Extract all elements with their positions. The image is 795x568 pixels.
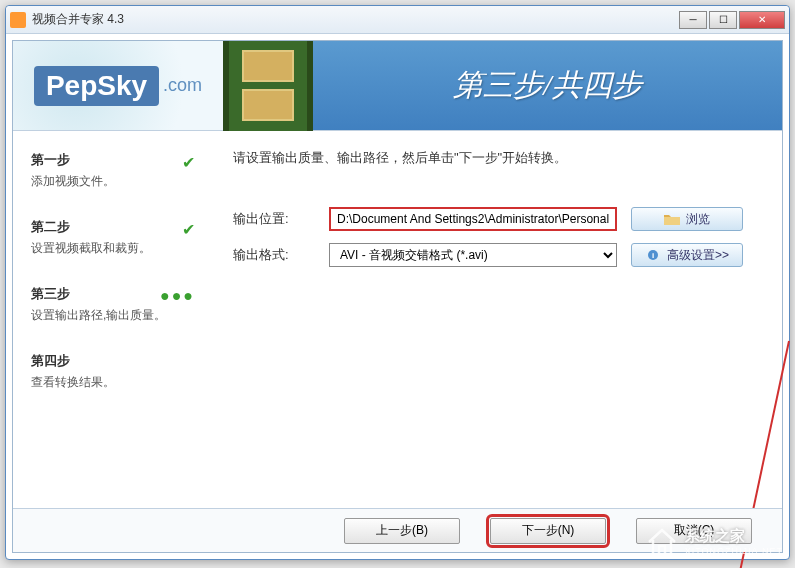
step-title: 第四步 — [31, 352, 205, 370]
step-banner-title: 第三步/共四步 — [313, 65, 782, 106]
step-title: 第二步 — [31, 218, 205, 236]
check-icon: ✔ — [182, 153, 195, 172]
inner-frame: PepSky .com 第三步/共四步 第一步 ✔ 添加 — [12, 40, 783, 553]
instruction-text: 请设置输出质量、输出路径，然后单击"下一步"开始转换。 — [233, 149, 758, 167]
sidebar-step-3: 第三步 ●●● 设置输出路径,输出质量。 — [31, 285, 205, 324]
step-desc: 查看转换结果。 — [31, 374, 205, 391]
output-format-select[interactable]: AVI - 音视频交错格式 (*.avi) — [329, 243, 617, 267]
minimize-button[interactable]: ─ — [679, 11, 707, 29]
folder-icon — [664, 213, 680, 225]
step-title: 第一步 — [31, 151, 205, 169]
close-button[interactable]: ✕ — [739, 11, 785, 29]
browse-button[interactable]: 浏览 — [631, 207, 743, 231]
svg-text:i: i — [652, 251, 654, 260]
logo-suffix: .com — [163, 75, 202, 96]
sidebar-step-1: 第一步 ✔ 添加视频文件。 — [31, 151, 205, 190]
next-button[interactable]: 下一步(N) — [490, 518, 606, 544]
output-format-label: 输出格式: — [233, 246, 329, 264]
header-strip: PepSky .com 第三步/共四步 — [13, 41, 782, 131]
step-desc: 设置视频截取和裁剪。 — [31, 240, 205, 257]
output-format-row: 输出格式: AVI - 音视频交错格式 (*.avi) i 高级设置>> — [233, 243, 758, 267]
maximize-button[interactable]: ☐ — [709, 11, 737, 29]
logo-area: PepSky .com — [13, 41, 223, 130]
filmstrip-icon — [223, 41, 313, 131]
main-panel: 请设置输出质量、输出路径，然后单击"下一步"开始转换。 输出位置: 浏览 输出格… — [223, 131, 782, 508]
check-icon: ✔ — [182, 220, 195, 239]
sidebar: 第一步 ✔ 添加视频文件。 第二步 ✔ 设置视频截取和裁剪。 第三步 ●●● 设… — [13, 131, 223, 508]
step-desc: 添加视频文件。 — [31, 173, 205, 190]
advanced-button[interactable]: i 高级设置>> — [631, 243, 743, 267]
titlebar[interactable]: 视频合并专家 4.3 ─ ☐ ✕ — [6, 6, 789, 34]
output-path-row: 输出位置: 浏览 — [233, 207, 758, 231]
browse-label: 浏览 — [686, 211, 710, 228]
window-title: 视频合并专家 4.3 — [32, 11, 677, 28]
banner-area: 第三步/共四步 — [223, 41, 782, 130]
window-body: PepSky .com 第三步/共四步 第一步 ✔ 添加 — [6, 34, 789, 559]
app-icon — [10, 12, 26, 28]
output-path-label: 输出位置: — [233, 210, 329, 228]
app-window: 视频合并专家 4.3 ─ ☐ ✕ PepSky .com 第三步/共四步 — [5, 5, 790, 560]
content-area: 第一步 ✔ 添加视频文件。 第二步 ✔ 设置视频截取和裁剪。 第三步 ●●● 设… — [13, 131, 782, 508]
info-icon: i — [645, 249, 661, 261]
advanced-label: 高级设置>> — [667, 247, 729, 264]
current-icon: ●●● — [160, 287, 195, 305]
output-path-input[interactable] — [329, 207, 617, 231]
sidebar-step-4: 第四步 查看转换结果。 — [31, 352, 205, 391]
step-desc: 设置输出路径,输出质量。 — [31, 307, 205, 324]
sidebar-step-2: 第二步 ✔ 设置视频截取和裁剪。 — [31, 218, 205, 257]
logo-brand: PepSky — [34, 66, 159, 106]
prev-button[interactable]: 上一步(B) — [344, 518, 460, 544]
cancel-button[interactable]: 取消(C) — [636, 518, 752, 544]
footer-bar: 上一步(B) 下一步(N) 取消(C) — [13, 508, 782, 552]
